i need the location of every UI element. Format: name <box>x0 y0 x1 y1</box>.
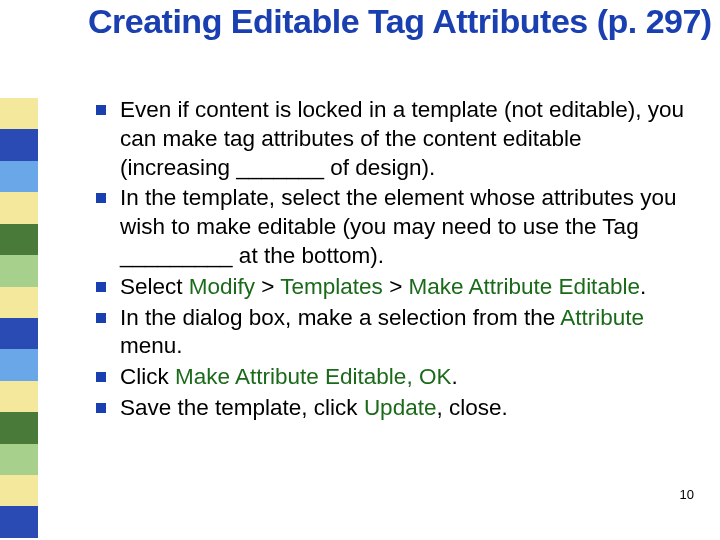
slide-title: Creating Editable Tag Attributes (p. 297… <box>88 0 712 43</box>
page-number: 10 <box>680 487 694 502</box>
list-item: Click Make Attribute Editable, OK. <box>96 363 696 392</box>
bullet-icon <box>96 193 106 203</box>
bullet-icon <box>96 372 106 382</box>
list-item: Select Modify > Templates > Make Attribu… <box>96 273 696 302</box>
list-item-text: Even if content is locked in a template … <box>120 96 696 182</box>
list-item-text: Save the template, click Update, close. <box>120 394 508 423</box>
list-item-text: Select Modify > Templates > Make Attribu… <box>120 273 646 302</box>
list-item: Even if content is locked in a template … <box>96 96 696 182</box>
bullet-icon <box>96 282 106 292</box>
list-item: In the template, select the element whos… <box>96 184 696 270</box>
bullet-list: Even if content is locked in a template … <box>96 96 696 425</box>
decorative-sidebar <box>0 98 38 538</box>
bullet-icon <box>96 403 106 413</box>
list-item-text: Click Make Attribute Editable, OK. <box>120 363 458 392</box>
list-item: Save the template, click Update, close. <box>96 394 696 423</box>
list-item-text: In the template, select the element whos… <box>120 184 696 270</box>
bullet-icon <box>96 105 106 115</box>
list-item: In the dialog box, make a selection from… <box>96 304 696 362</box>
bullet-icon <box>96 313 106 323</box>
list-item-text: In the dialog box, make a selection from… <box>120 304 696 362</box>
